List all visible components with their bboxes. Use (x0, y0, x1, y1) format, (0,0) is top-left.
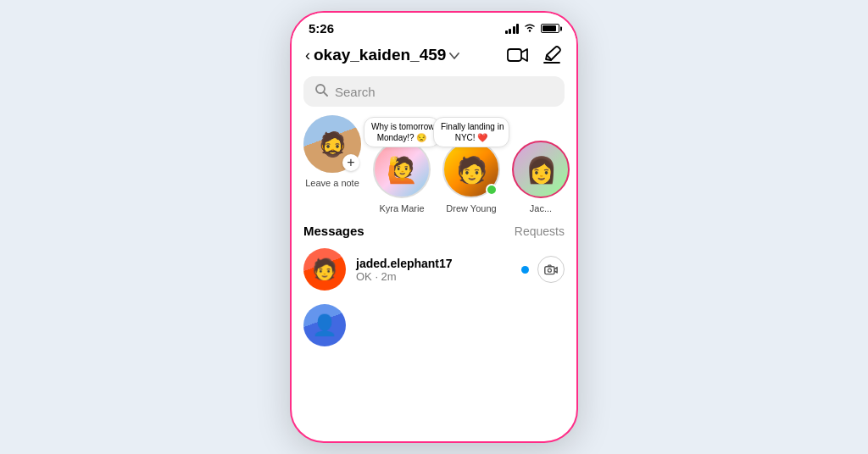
kyra-avatar: 🙋 (373, 141, 431, 198)
kyra-note-bubble: Why is tomorrowMonday!? 😒 (364, 117, 440, 147)
message-preview: OK · 2m (356, 270, 511, 283)
svg-line-3 (324, 92, 327, 96)
status-icons (505, 22, 560, 35)
tab-requests[interactable]: Requests (515, 224, 565, 238)
message-username: jaded.elephant17 (356, 257, 511, 270)
header-actions (507, 44, 563, 66)
header: ‹ okay_kaiden_459 (292, 39, 576, 73)
message-item-2[interactable]: 👤 (292, 297, 576, 353)
drew-note-bubble: Finally landing inNYC! ❤️ (433, 117, 509, 147)
message-avatar-2: 👤 (303, 304, 346, 346)
jac-avatar: 👩 (512, 141, 570, 198)
signal-bars-icon (505, 24, 520, 34)
camera-story-button[interactable] (537, 256, 565, 283)
video-call-button[interactable] (507, 44, 529, 66)
message-actions (521, 256, 565, 283)
phone-frame: 5:26 ‹ okay_kaid (290, 11, 578, 443)
status-time: 5:26 (309, 21, 334, 36)
chevron-down-icon (449, 48, 459, 62)
story-name-drew: Drew Young (446, 203, 496, 213)
story-item-jac[interactable]: 👩 Jac... (512, 141, 570, 213)
tab-messages[interactable]: Messages (303, 224, 364, 238)
svg-point-5 (548, 269, 551, 272)
svg-rect-4 (545, 267, 554, 274)
message-info: jaded.elephant17 OK · 2m (356, 257, 511, 283)
wifi-icon (523, 22, 537, 35)
message-item[interactable]: 🧑 jaded.elephant17 OK · 2m (292, 241, 576, 297)
battery-icon (541, 24, 559, 33)
story-item-leave-note[interactable]: 🧔 + Leave a note (303, 115, 361, 213)
search-placeholder: Search (335, 85, 376, 99)
search-bar[interactable]: Search (303, 76, 565, 107)
back-button[interactable]: ‹ (305, 47, 310, 64)
unread-indicator (521, 266, 529, 274)
status-bar: 5:26 (292, 13, 576, 39)
svg-rect-1 (508, 49, 521, 61)
svg-point-0 (529, 30, 531, 31)
tabs-row: Messages Requests (292, 219, 576, 241)
compose-button[interactable] (541, 44, 563, 66)
stories-row: 🧔 + Leave a note Why is tomorrowMonday!?… (292, 115, 576, 219)
messages-list: 🧑 jaded.elephant17 OK · 2m (292, 241, 576, 441)
message-avatar: 🧑 (303, 248, 346, 291)
story-name-kyra: Kyra Marie (379, 203, 424, 213)
story-name-leave-note: Leave a note (305, 178, 359, 188)
online-indicator (486, 184, 498, 196)
header-title[interactable]: okay_kaiden_459 (314, 46, 507, 64)
story-item-drew[interactable]: Finally landing inNYC! ❤️ 🧑 Drew Young (442, 141, 500, 213)
plus-badge: + (342, 154, 359, 171)
search-icon (315, 84, 328, 99)
username-label: okay_kaiden_459 (314, 46, 446, 64)
story-name-jac: Jac... (530, 203, 552, 213)
story-item-kyra[interactable]: Why is tomorrowMonday!? 😒 🙋 Kyra Marie (373, 141, 431, 213)
